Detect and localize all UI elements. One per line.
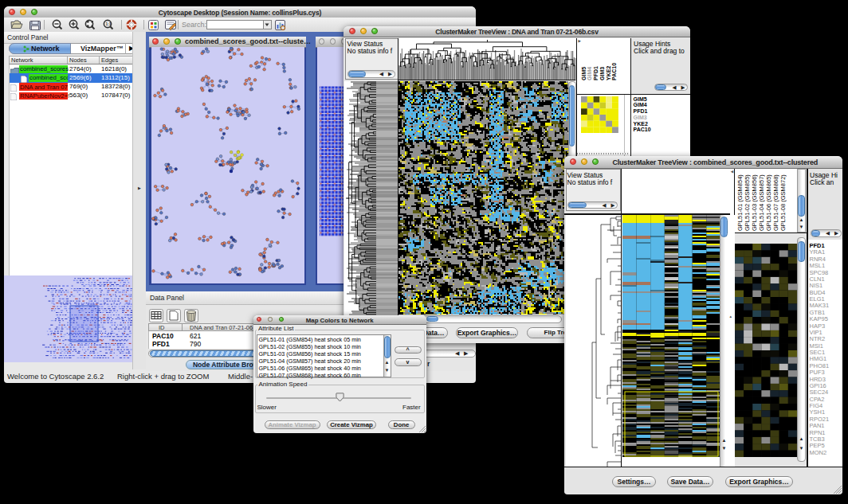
svg-text:1:1: 1:1 xyxy=(105,21,111,26)
svg-text:Search:: Search: xyxy=(182,21,206,29)
